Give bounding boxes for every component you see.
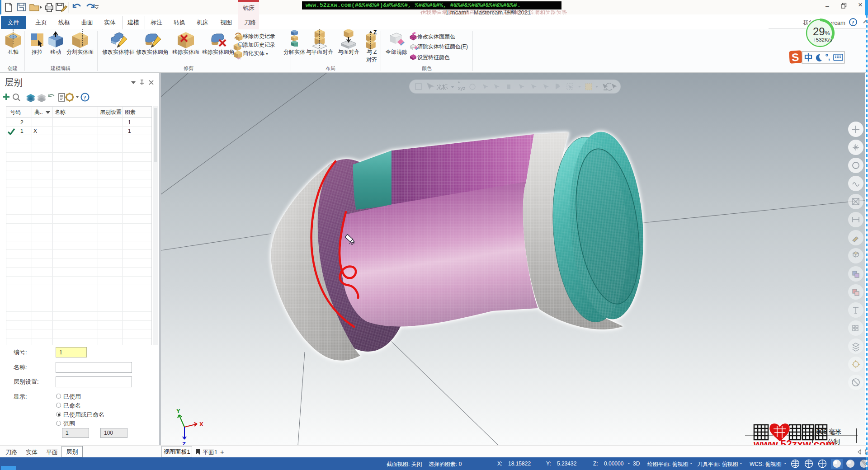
- svg-text:Y: Y: [176, 408, 180, 414]
- svg-text:,: ,: [828, 54, 830, 61]
- svg-text:↑532K/s: ↑532K/s: [813, 37, 832, 42]
- svg-text:?: ?: [852, 19, 854, 26]
- svg-text:X: X: [199, 421, 203, 428]
- svg-text:光标: 光标: [436, 84, 448, 90]
- svg-text:?: ?: [84, 94, 86, 101]
- svg-text:Z: Z: [373, 29, 377, 36]
- svg-text:xyz: xyz: [458, 85, 466, 91]
- svg-text:S: S: [791, 51, 799, 64]
- svg-text:Z: Z: [182, 441, 186, 445]
